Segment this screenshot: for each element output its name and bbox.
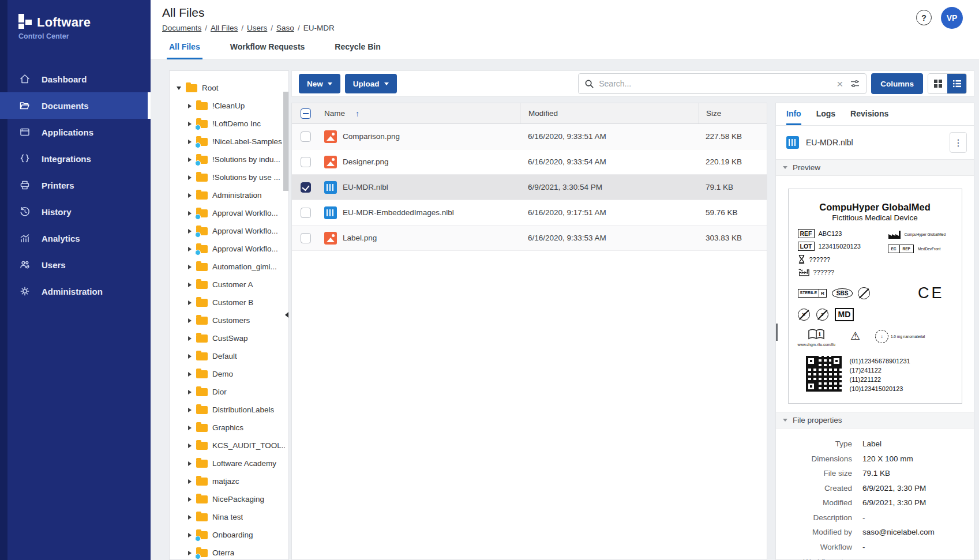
expand-arrow-icon[interactable] [188, 104, 192, 108]
tree-item[interactable]: Oterra [177, 544, 285, 560]
tree-item[interactable]: !LoftDemo Inc [177, 115, 285, 133]
expand-arrow-icon[interactable] [188, 193, 192, 198]
expand-arrow-icon[interactable] [188, 336, 192, 341]
expand-arrow-icon[interactable] [188, 426, 192, 430]
tab-logs[interactable]: Logs [816, 109, 835, 125]
expand-arrow-icon[interactable] [188, 479, 192, 484]
tree-item[interactable]: Default [177, 347, 285, 365]
expand-arrow-icon[interactable] [188, 229, 192, 234]
filter-sliders-icon[interactable] [850, 78, 860, 89]
sidebar-item-analytics[interactable]: Analytics [0, 225, 151, 251]
tree-item[interactable]: Automation_gimi... [177, 258, 285, 276]
sidebar-item-documents[interactable]: Documents [0, 92, 151, 119]
collapse-arrow-icon[interactable] [177, 87, 181, 90]
expand-arrow-icon[interactable] [188, 533, 192, 538]
sidebar-item-administration[interactable]: Administration [0, 278, 151, 305]
tab-revisions[interactable]: Revisions [850, 109, 888, 125]
search-input[interactable] [599, 79, 830, 88]
expand-arrow-icon[interactable] [188, 300, 192, 305]
file-properties-section-header[interactable]: File properties [776, 412, 974, 429]
expand-arrow-icon[interactable] [188, 497, 192, 502]
tab-info[interactable]: Info [786, 109, 801, 125]
tree-item[interactable]: matjazc [177, 472, 285, 490]
tree-item[interactable]: CustSwap [177, 329, 285, 347]
new-button[interactable]: New [299, 74, 340, 93]
tree-item[interactable]: Customer B [177, 294, 285, 311]
more-actions-button[interactable]: ⋮ [950, 132, 967, 153]
panel-splitter-handle[interactable] [776, 324, 778, 341]
columns-button[interactable]: Columns [871, 73, 923, 94]
expand-arrow-icon[interactable] [188, 444, 192, 448]
tree-item[interactable]: DistributionLabels [177, 401, 285, 419]
expand-arrow-icon[interactable] [188, 390, 192, 394]
tree-collapse-handle[interactable] [285, 312, 288, 318]
tree-item-root[interactable]: Root [177, 79, 285, 97]
row-checkbox[interactable] [301, 157, 311, 167]
tree-item[interactable]: Approval Workflo... [177, 204, 285, 222]
tab-recycle-bin[interactable]: Recycle Bin [332, 37, 382, 59]
clear-search-icon[interactable]: × [834, 78, 845, 89]
tree-item[interactable]: Onboarding [177, 526, 285, 544]
expand-arrow-icon[interactable] [188, 515, 192, 520]
grid-view-button[interactable] [928, 74, 947, 93]
tree-item[interactable]: NicePackaging [177, 490, 285, 508]
expand-arrow-icon[interactable] [188, 408, 192, 412]
table-row[interactable]: Designer.png 6/16/2020, 9:33:54 AM 220.1… [292, 149, 767, 175]
tree-item[interactable]: !Solutions by use ... [177, 168, 285, 186]
avatar[interactable]: VP [941, 7, 963, 29]
help-icon[interactable]: ? [916, 10, 932, 25]
table-row[interactable]: Comparison.png 6/16/2020, 9:33:51 AM 227… [292, 124, 767, 149]
expand-arrow-icon[interactable] [188, 265, 192, 269]
tree-item[interactable]: Loftware Academy [177, 454, 285, 472]
tab-workflow-requests[interactable]: Workflow Requests [228, 37, 307, 59]
tree-item[interactable]: Demo [177, 365, 285, 383]
tree-item[interactable]: Administration [177, 186, 285, 204]
expand-arrow-icon[interactable] [188, 157, 192, 162]
tree-item[interactable]: Approval Workflo... [177, 240, 285, 258]
tree-item[interactable]: Customer A [177, 276, 285, 294]
breadcrumb-link-saso[interactable]: Saso [276, 24, 294, 32]
expand-arrow-icon[interactable] [188, 122, 192, 126]
tree-scrollbar[interactable] [283, 92, 288, 191]
breadcrumb-link-documents[interactable]: Documents [162, 24, 201, 32]
select-all-checkbox[interactable] [301, 108, 311, 119]
tree-item[interactable]: Customers [177, 311, 285, 329]
expand-arrow-icon[interactable] [188, 247, 192, 251]
row-checkbox[interactable] [301, 131, 311, 142]
breadcrumb-link-users[interactable]: Users [247, 24, 267, 32]
table-row[interactable]: EU-MDR.nlbl 6/9/2021, 3:30:54 PM 79.1 KB [292, 175, 767, 200]
row-checkbox[interactable] [301, 182, 311, 193]
expand-arrow-icon[interactable] [188, 140, 192, 144]
table-row[interactable]: Label.png 6/16/2020, 9:33:53 AM 303.83 K… [292, 225, 767, 251]
sidebar-item-dashboard[interactable]: Dashboard [0, 66, 151, 92]
tree-item[interactable]: Nina test [177, 508, 285, 526]
tree-item[interactable]: !Solutions by indu... [177, 151, 285, 168]
tree-item[interactable]: !CleanUp [177, 97, 285, 115]
sidebar-item-users[interactable]: Users [0, 251, 151, 278]
expand-arrow-icon[interactable] [188, 372, 192, 377]
sidebar-item-printers[interactable]: Printers [0, 172, 151, 198]
expand-arrow-icon[interactable] [188, 354, 192, 359]
list-view-button[interactable] [947, 74, 966, 93]
tree-item[interactable]: !NiceLabel-Samples [177, 133, 285, 151]
row-checkbox[interactable] [301, 233, 311, 243]
tree-item[interactable]: Graphics [177, 419, 285, 437]
expand-arrow-icon[interactable] [188, 211, 192, 216]
expand-arrow-icon[interactable] [188, 551, 192, 555]
tab-all-files[interactable]: All Files [167, 37, 202, 59]
preview-section-header[interactable]: Preview [776, 159, 974, 176]
sidebar-item-applications[interactable]: Applications [0, 119, 151, 145]
breadcrumb-link-all-files[interactable]: All Files [211, 24, 238, 32]
expand-arrow-icon[interactable] [188, 318, 192, 323]
upload-button[interactable]: Upload [345, 74, 397, 93]
sort-ascending-icon[interactable]: ↑ [355, 109, 359, 118]
sidebar-item-history[interactable]: History [0, 198, 151, 225]
expand-arrow-icon[interactable] [188, 461, 192, 466]
sidebar-item-integrations[interactable]: Integrations [0, 145, 151, 172]
column-header-size[interactable]: Size [699, 103, 767, 123]
expand-arrow-icon[interactable] [188, 283, 192, 287]
tree-item[interactable]: KCS_AUDIT_TOOL... [177, 437, 285, 454]
tree-item[interactable]: Approval Workflo... [177, 222, 285, 240]
expand-arrow-icon[interactable] [188, 175, 192, 180]
column-header-modified[interactable]: Modified [520, 103, 699, 123]
